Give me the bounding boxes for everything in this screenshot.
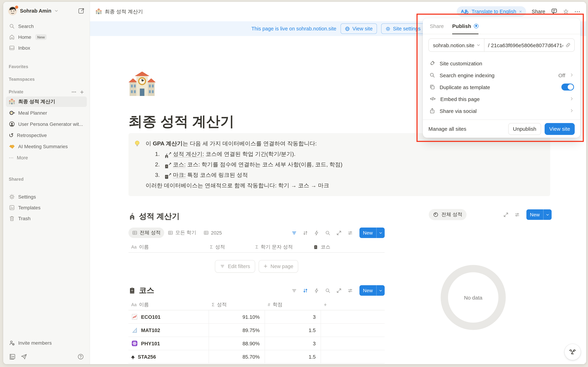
search-icon[interactable] [325,230,331,236]
globe-icon [345,26,350,31]
notion-ai-button[interactable] [564,344,581,360]
sidebar-item-home[interactable]: Home New [6,32,87,42]
grades-empty-state: Edit filters + New page [129,253,385,280]
more-icon[interactable]: ⋯ [72,90,77,94]
close-icon[interactable]: × [519,9,522,14]
tab-publish[interactable]: Publish [452,18,478,34]
search-icon[interactable] [325,287,331,293]
filter-icon [220,264,225,269]
automation-icon[interactable] [314,287,320,293]
calendar-icon[interactable] [9,353,16,360]
ai-face-icon [568,347,577,357]
callout-intro: 이 GPA 계산기는 다음 세 가지 데이터베이스를 연결하여 작동합니다: [146,138,545,149]
courses-new-button[interactable]: New [359,285,385,296]
banner-site-settings-button[interactable]: Site settings [381,23,425,34]
help-icon[interactable] [77,353,84,360]
column-header-letter-grade[interactable]: Σ학기 문자 성적 [253,244,311,250]
sidebar-item-grade-calculator[interactable]: 최종 성적 계산기 [6,96,87,107]
grades-db-link[interactable]: 성적 계산기: [173,151,204,157]
chevron-down-icon [54,9,58,13]
sidebar-item-settings[interactable]: Settings [6,192,87,202]
banner-view-site-button[interactable]: View site [341,23,377,34]
section-shared[interactable]: Shared [3,175,90,184]
comment-icon[interactable] [551,8,558,16]
table-row[interactable]: ECO101 91.10% 3 [129,310,385,324]
page-path-input[interactable]: / 21ca63f696e5806e8077d64714a... [488,42,563,48]
plus-icon[interactable]: + [80,90,84,94]
manage-all-sites-link[interactable]: Manage all sites [428,126,504,132]
add-column-button[interactable]: + [321,302,385,308]
courses-db-link[interactable]: 코스: [173,161,186,168]
chevron-down-icon[interactable] [376,285,385,296]
edit-filters-button[interactable]: Edit filters [215,260,255,272]
sidebar-item-user-persona[interactable]: User Persona Generator wit... [6,119,87,129]
section-teamspaces[interactable]: Teamspaces [3,75,90,83]
unpublish-button[interactable]: Unpublish [508,123,541,135]
send-icon[interactable] [21,353,27,360]
sort-icon[interactable] [303,230,308,236]
expand-icon[interactable] [336,287,342,293]
settings-sliders-icon[interactable] [347,230,353,236]
more-menu-icon[interactable]: ⋯ [574,8,581,15]
share-button[interactable]: Share [532,9,545,14]
column-header-name[interactable]: Aa이름 [129,301,209,308]
chevron-down-icon[interactable] [543,209,552,220]
sidebar-item-trash[interactable]: Trash [6,213,87,224]
share-via-social-row[interactable]: Share via social [423,105,580,117]
column-header-course[interactable]: 코스 [311,244,385,250]
copy-link-icon[interactable] [565,42,571,48]
invite-members-button[interactable]: Invite members [3,337,90,349]
filter-icon[interactable] [291,287,297,293]
chart-new-button[interactable]: New [526,209,552,220]
view-site-button[interactable]: View site [545,123,575,135]
settings-sliders-icon[interactable] [514,212,520,217]
duplicate-toggle-on[interactable] [562,83,574,91]
view-tab-all-terms[interactable]: 모든 학기 [164,227,200,238]
view-tab-all-grades[interactable]: 전체 성적 [129,227,164,238]
filter-icon[interactable] [291,230,297,236]
sidebar-item-meal-planner[interactable]: Meal Planner [6,108,87,118]
column-header-grade[interactable]: Σ성적 [207,244,253,250]
section-private[interactable]: Private ⋯ + [3,88,90,96]
marks-db-link[interactable]: 마크: [173,172,186,178]
grades-views-row: 전체 성적 모든 학기 2025 [129,227,385,238]
embed-this-page-row[interactable]: </> Embed this page [423,93,580,105]
domain-select[interactable]: sohrab.notion.site [429,39,484,51]
courses-db-title[interactable]: 코스 [139,285,154,296]
sidebar-item-search[interactable]: Search [6,21,87,32]
table-row[interactable]: PHY101 88.90% 3 [129,337,385,350]
new-page-button[interactable]: + New page [259,260,298,272]
star-icon[interactable]: ☆ [563,8,569,15]
page-link-icon: ↗ [164,162,170,167]
translate-pill[interactable]: Aあ Translate to English × [457,6,526,17]
column-header-grade[interactable]: Σ성적 [209,301,265,308]
expand-icon[interactable] [336,230,342,236]
breadcrumb[interactable]: 최종 성적 계산기 [95,8,143,15]
workspace-switcher[interactable]: Sohrab Amin [3,3,90,18]
settings-sliders-icon[interactable] [347,287,353,293]
tab-share[interactable]: Share [430,18,444,34]
section-favorites[interactable]: Favorites [3,63,90,71]
sidebar-item-ai-meeting-summaries[interactable]: AI Meeting Summaries [6,141,87,152]
automation-icon[interactable] [314,230,320,236]
search-engine-indexing-row[interactable]: Search engine indexing Off [423,69,580,81]
view-tab-2025[interactable]: 2025 [200,227,225,238]
chevron-down-icon[interactable] [376,227,385,238]
expand-icon[interactable] [503,212,509,217]
grades-db-title[interactable]: 성적 계산기 [139,211,180,222]
sidebar-item-more[interactable]: ⋯ More [6,152,87,163]
compose-button[interactable] [78,7,85,14]
chart-view-tab[interactable]: 전체 성적 [429,209,467,220]
table-row[interactable]: MAT102 89.75% 1.5 [129,324,385,337]
column-header-credits[interactable]: #학점 [265,301,321,308]
site-customization-row[interactable]: Site customization [423,57,580,69]
column-header-name[interactable]: Aa이름 [129,244,207,250]
sort-icon[interactable] [303,287,308,293]
sidebar-item-retrospective[interactable]: ↺ Retrospective [6,130,87,141]
table-row[interactable]: ♠STA256 85.70% 1.5 [129,350,385,364]
chart-increasing-icon [131,314,138,320]
sidebar-item-inbox[interactable]: Inbox [6,43,87,53]
grades-new-button[interactable]: New [359,227,385,238]
sidebar-item-templates[interactable]: Templates [6,202,87,213]
callout-item: 2. ↗ 코스: 코스: 학기를 점수에 연결하는 코스 세부 사항(이름, 코… [146,159,545,170]
